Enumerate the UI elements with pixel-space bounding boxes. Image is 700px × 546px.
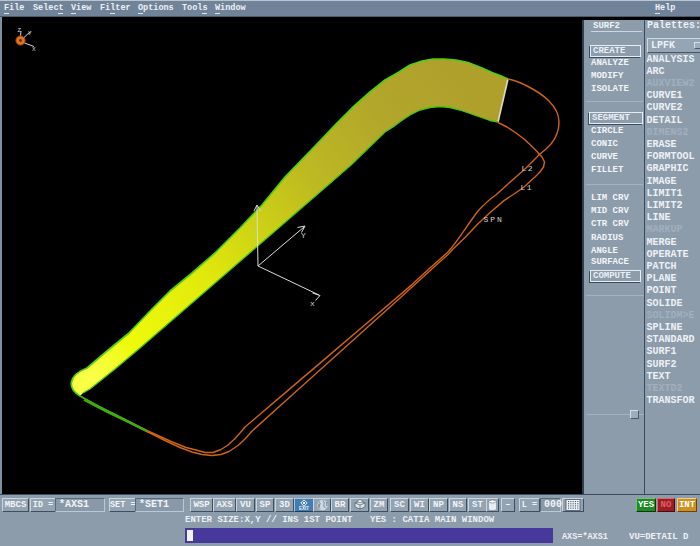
svg-text:EXIT: EXIT [299, 506, 309, 511]
svg-text:SPN: SPN [484, 215, 504, 224]
svg-text:L1: L1 [521, 183, 534, 192]
svg-text:L2: L2 [522, 164, 535, 173]
svg-text:Y: Y [301, 231, 306, 240]
svg-text:x: x [310, 299, 315, 308]
svg-text:X: X [32, 46, 36, 53]
svg-text:Z: Z [18, 27, 22, 34]
svg-text:y: y [28, 29, 32, 36]
